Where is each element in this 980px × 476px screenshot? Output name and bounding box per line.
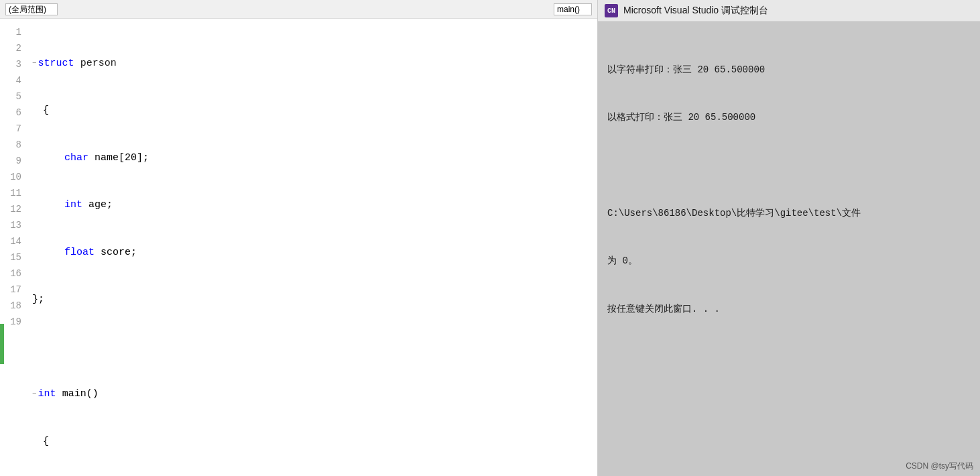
output-line-3: [607, 158, 971, 174]
code-panel: (全局范围) main() 1 2 3 4 5 6 7 8 9 10 11 12…: [0, 0, 598, 476]
vs-icon: CN: [605, 4, 618, 17]
output-line-5: 为 0。: [607, 253, 971, 270]
console-title: Microsoft Visual Studio 调试控制台: [623, 5, 768, 17]
code-area: 1 2 3 4 5 6 7 8 9 10 11 12 13 14 15 16 1…: [0, 19, 597, 476]
output-line-6: 按任意键关闭此窗口. . .: [607, 302, 971, 318]
code-line-5: float score;: [32, 245, 587, 261]
output-line-1: 以字符串打印：张三 20 65.500000: [607, 62, 971, 78]
console-output[interactable]: 以字符串打印：张三 20 65.500000 以格式打印：张三 20 65.50…: [598, 22, 980, 457]
function-dropdown[interactable]: main(): [554, 3, 592, 15]
code-line-3: char name[20];: [32, 150, 587, 166]
top-bar-left: (全局范围): [5, 3, 554, 15]
code-line-8: − int main(): [32, 386, 587, 402]
active-line-indicator: [0, 324, 4, 364]
code-line-2: {: [32, 103, 587, 119]
watermark-text: CSDN @tsy写代码: [906, 461, 973, 471]
output-line-4: C:\Users\86186\Desktop\比特学习\gitee\test\文…: [607, 206, 971, 222]
code-line-1: − struct person: [32, 56, 587, 72]
code-content[interactable]: − struct person { char name[20]; int age…: [27, 24, 597, 471]
line-numbers: 1 2 3 4 5 6 7 8 9 10 11 12 13 14 15 16 1…: [0, 24, 27, 471]
fold-icon-8[interactable]: −: [32, 388, 37, 400]
console-title-bar: CN Microsoft Visual Studio 调试控制台: [598, 0, 980, 22]
code-line-6: };: [32, 292, 587, 308]
output-line-2: 以格式打印：张三 20 65.500000: [607, 110, 971, 126]
code-line-7: [32, 339, 587, 355]
code-line-4: int age;: [32, 197, 587, 213]
top-bar: (全局范围) main(): [0, 0, 597, 19]
console-footer: CSDN @tsy写代码: [598, 457, 980, 476]
console-panel: CN Microsoft Visual Studio 调试控制台 以字符串打印：…: [598, 0, 980, 476]
scope-dropdown[interactable]: (全局范围): [5, 3, 58, 15]
top-bar-right: main(): [554, 3, 592, 15]
fold-icon-1[interactable]: −: [32, 58, 37, 69]
code-line-9: {: [32, 434, 587, 450]
